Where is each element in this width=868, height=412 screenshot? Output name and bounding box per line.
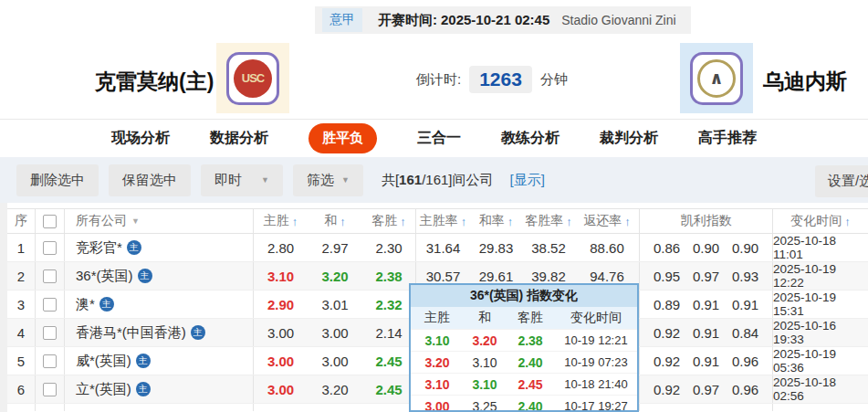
away-team-logo-icon: ∧ — [690, 52, 743, 105]
col-change-time-sort[interactable]: 变化时间↑ — [772, 209, 868, 233]
row-checkbox[interactable] — [43, 269, 57, 283]
col-away-rate-sort[interactable]: 客胜率↑ — [522, 209, 575, 233]
odds-draw[interactable]: 3.20 — [308, 262, 362, 290]
odds-home[interactable]: 3.00 — [253, 347, 308, 375]
col-company[interactable]: 所有公司▼ — [64, 209, 253, 233]
odds-away[interactable]: 2.32 — [362, 291, 415, 318]
popup-odds-draw: 3.20 — [464, 333, 506, 348]
popup-row: 3.10 3.20 2.38 10-19 12:21 — [411, 329, 637, 351]
odds-draw[interactable]: 3.01 — [308, 291, 362, 318]
time-filter-dropdown[interactable]: 即时 ▼ — [201, 164, 283, 196]
popup-odds-away: 2.40 — [506, 355, 555, 370]
home-badge-icon: 主 — [136, 382, 151, 396]
row-checkbox[interactable] — [43, 354, 57, 368]
tab-coach-analysis[interactable]: 教练分析 — [501, 129, 559, 148]
popup-change-time: 10-19 12:21 — [555, 333, 637, 347]
home-badge-icon: 主 — [99, 297, 114, 312]
company-cell[interactable]: 香港马*(中国香港)主 — [64, 319, 253, 346]
home-team-logo-icon: USC — [226, 52, 279, 105]
company-cell[interactable]: 威*(英国)主 — [64, 347, 253, 375]
odds-draw[interactable]: 3.00 — [308, 319, 362, 346]
row-index: 4 — [7, 319, 35, 346]
sort-up-icon: ↑ — [624, 215, 631, 228]
col-return-rate-sort[interactable]: 返还率↑ — [575, 209, 639, 233]
company-cell[interactable]: 竞彩官*主 — [64, 234, 253, 261]
row-checkbox[interactable] — [43, 326, 57, 340]
caret-down-icon: ▼ — [341, 175, 350, 185]
odds-home[interactable]: 3.00 — [253, 319, 308, 346]
col-draw-sort[interactable]: 和↑ — [308, 209, 362, 233]
odds-home[interactable]: 3.00 — [253, 375, 308, 403]
col-home-win-sort[interactable]: 主胜↑ — [253, 209, 308, 233]
home-badge-icon: 主 — [191, 325, 205, 340]
row-checkbox[interactable] — [43, 383, 57, 396]
odds-comparison-page: 意甲 开赛时间:2025-10-21 02:45 Stadio Giovanni… — [0, 0, 868, 412]
popup-change-time: 10-18 21:40 — [555, 377, 637, 391]
row-index: 6 — [7, 375, 35, 403]
change-time-cell: 2025-10-16 19:33 — [772, 319, 868, 346]
tab-win-draw-lose[interactable]: 胜平负 — [309, 123, 377, 153]
stadium-name: Stadio Giovanni Zini — [561, 13, 675, 27]
popup-odds-home: 3.10 — [411, 377, 464, 392]
popup-odds-draw: 3.10 — [464, 377, 506, 392]
filter-dropdown[interactable]: 筛选 ▼ — [293, 164, 363, 196]
row-checkbox[interactable] — [43, 298, 57, 312]
keep-selected-button[interactable]: 保留选中 — [109, 164, 191, 196]
tab-data-analysis[interactable]: 数据分析 — [210, 129, 268, 148]
odds-home[interactable]: 2.80 — [253, 234, 308, 261]
league-badge[interactable]: 意甲 — [322, 8, 362, 32]
popup-odds-draw: 3.25 — [464, 399, 506, 412]
home-crest-icon: USC — [234, 59, 272, 98]
show-link[interactable]: [显示] — [510, 172, 545, 189]
table-row: 1 竞彩官*主 2.80 2.97 2.30 31.64 29.83 38.52… — [7, 234, 868, 262]
sort-up-icon: ↑ — [566, 215, 572, 228]
row-checkbox-cell — [35, 262, 64, 290]
kelly-cell: 0.860.900.90 — [639, 234, 772, 261]
away-team-name: 乌迪内斯 — [763, 68, 847, 96]
row-checkbox[interactable] — [43, 241, 57, 255]
caret-down-icon: ▼ — [131, 217, 140, 226]
sort-up-icon: ↑ — [292, 215, 298, 228]
select-all-checkbox[interactable] — [35, 209, 64, 233]
odds-away[interactable]: 2.14 — [362, 319, 415, 346]
popup-change-time: 10-17 19:27 — [555, 399, 637, 412]
tab-expert-recommend[interactable]: 高手推荐 — [698, 129, 757, 148]
col-away-win-sort[interactable]: 客胜↑ — [362, 209, 415, 233]
col-kelly: 凯利指数 — [639, 209, 772, 233]
match-info-bar: 意甲 开赛时间:2025-10-21 02:45 Stadio Giovanni… — [315, 6, 691, 34]
odds-change-popup: 36*(英国) 指数变化 主胜 和 客胜 变化时间 3.10 3.20 2.38… — [409, 283, 639, 412]
company-cell[interactable]: 澳*主 — [64, 291, 253, 318]
odds-draw[interactable]: 3.00 — [308, 347, 362, 375]
odds-away[interactable]: 2.38 — [362, 262, 415, 290]
row-index: 3 — [7, 291, 35, 318]
col-index: 序 — [7, 209, 35, 233]
odds-draw[interactable]: 3.20 — [308, 375, 362, 403]
countdown: 倒计时: 1263 分钟 — [416, 66, 568, 93]
company-cell[interactable]: 立*(英国)主 — [64, 375, 253, 403]
odds-away[interactable]: 2.30 — [362, 234, 415, 261]
tab-three-in-one[interactable]: 三合一 — [417, 129, 461, 148]
tab-referee-analysis[interactable]: 裁判分析 — [600, 129, 658, 148]
delete-selected-button[interactable]: 删除选中 — [16, 164, 99, 196]
home-badge-icon: 主 — [138, 269, 152, 283]
odds-draw[interactable]: 2.97 — [308, 234, 362, 261]
away-logo-panel: ∧ — [680, 43, 753, 113]
odds-home[interactable]: 2.90 — [253, 291, 308, 318]
analysis-tab-bar: 现场分析 数据分析 胜平负 三合一 教练分析 裁判分析 高手推荐 — [0, 119, 868, 157]
row-index: 1 — [7, 234, 35, 261]
home-logo-panel: USC — [216, 43, 289, 113]
match-header: 意甲 开赛时间:2025-10-21 02:45 Stadio Giovanni… — [0, 0, 868, 119]
tab-live-analysis[interactable]: 现场分析 — [111, 129, 170, 148]
rate-away: 38.52 — [522, 234, 575, 261]
row-checkbox-cell — [35, 375, 64, 403]
company-cell[interactable]: 36*(英国)主 — [64, 262, 253, 290]
kelly-cell: 0.950.970.93 — [639, 262, 772, 290]
settings-select-button[interactable]: 设置/选择 — [815, 165, 868, 197]
row-checkbox-cell — [35, 291, 64, 318]
row-index: 2 — [7, 262, 35, 290]
odds-home[interactable]: 3.10 — [253, 262, 308, 290]
odds-away[interactable]: 2.45 — [362, 347, 415, 375]
odds-away[interactable]: 2.45 — [362, 375, 415, 403]
col-draw-rate-sort[interactable]: 和率↑ — [470, 209, 522, 233]
col-home-rate-sort[interactable]: 主胜率↑ — [415, 209, 470, 233]
